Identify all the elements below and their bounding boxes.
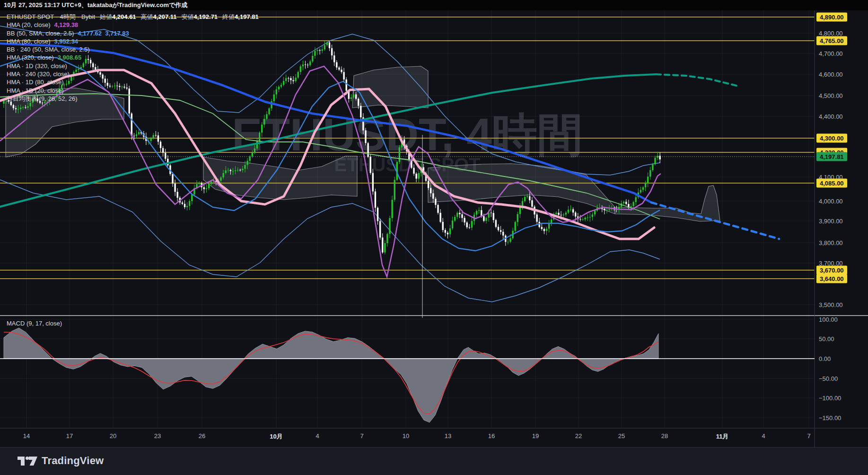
legend-item[interactable]: HMA · 240 (320, close) (7, 70, 259, 78)
time-label: 22 (575, 432, 582, 440)
time-label: 10 (403, 432, 409, 440)
price-label: 3,500.00 (819, 301, 843, 308)
time-label: 13 (445, 432, 451, 440)
price-badge: 4,765.00 (816, 36, 847, 45)
time-label: 4 (762, 432, 765, 440)
price-label: −150.00 (819, 414, 841, 422)
legend-item[interactable]: BB (50, SMA, close, 2.5)4,177.62 3,717.8… (7, 29, 259, 37)
price-label: 100.00 (819, 316, 838, 323)
time-label: 25 (618, 432, 625, 440)
time-label: 26 (199, 432, 205, 440)
ohlc-value: 4,192.71 (194, 13, 218, 20)
ohlc-label: 終値 (222, 13, 235, 20)
legend-item[interactable]: HMA · 1D (20, close) (7, 87, 259, 95)
time-label: 17 (66, 432, 73, 440)
tradingview-icon[interactable] (17, 455, 38, 468)
time-label: 10月 (270, 432, 282, 441)
legend-item[interactable]: 一目均衡表 (9, 26, 52, 26) (7, 95, 259, 103)
tradingview-wordmark[interactable]: TradingView (42, 455, 104, 467)
snapshot-caption: 10月 27, 2025 13:17 UTC+9、takatabaがTradin… (0, 0, 868, 10)
price-label: −100.00 (819, 395, 841, 402)
price-axis[interactable]: 4,800.004,700.004,600.004,500.004,400.00… (815, 10, 868, 447)
legend-item[interactable]: HMA · 1D (80, close) (7, 78, 259, 86)
ohlc-value: 4,207.11 (153, 13, 177, 20)
time-label: 19 (532, 432, 539, 440)
price-badge: 4,197.81 (816, 152, 847, 161)
price-badge: 4,890.00 (816, 13, 847, 22)
symbol-title: ETHUSDT SPOT·4時間·Bybit (7, 13, 95, 20)
legend-item[interactable]: BB · 240 (50, SMA, close, 2.5) (7, 45, 259, 53)
price-badge: 4,300.00 (816, 134, 847, 143)
price-label: 4,700.00 (819, 50, 843, 57)
price-label: 4,000.00 (819, 198, 843, 205)
chart-title-row[interactable]: ETHUSDT SPOT·4時間·Bybit始値4,204.61高値4,207.… (7, 13, 259, 21)
indicator-legend[interactable]: ETHUSDT SPOT·4時間·Bybit始値4,204.61高値4,207.… (7, 13, 259, 103)
price-label: 4,500.00 (819, 92, 843, 99)
ohlc-label: 始値 (100, 13, 112, 20)
time-label: 7 (807, 432, 810, 440)
time-label: 4 (316, 432, 319, 440)
price-badge: 4,085.00 (816, 179, 847, 188)
logo-bar: TradingView (0, 447, 868, 475)
price-label: 4,600.00 (819, 71, 843, 78)
time-label: 7 (360, 432, 363, 440)
price-label: 4,800.00 (819, 30, 843, 37)
price-badge: 3,670.00 (816, 266, 847, 275)
legend-item[interactable]: HMA · 1D (320, close) (7, 62, 259, 70)
legend-item[interactable]: HMA (80, close)3,952.34 (7, 37, 259, 45)
price-label: 50.00 (819, 335, 834, 343)
ohlc-value: 4,197.81 (235, 13, 259, 20)
macd-legend[interactable]: MACD (9, 17, close) (7, 320, 62, 327)
ohlc-label: 高値 (141, 13, 153, 20)
tradingview-snapshot: ETHUSDT, 4時間ETHUSDT SPOT 10月 27, 2025 13… (0, 0, 868, 475)
time-label: 28 (661, 432, 668, 440)
time-label: 11月 (716, 432, 729, 441)
price-label: 4,400.00 (819, 113, 843, 120)
time-axis[interactable]: 141720232610月471013161922252811月47 (0, 428, 815, 447)
time-label: 23 (154, 432, 161, 440)
price-badge: 3,640.00 (816, 274, 847, 283)
price-label: −50.00 (819, 375, 838, 382)
price-label: 0.00 (819, 355, 831, 362)
ohlc-label: 安値 (182, 13, 194, 20)
time-label: 14 (23, 432, 30, 440)
price-label: 3,900.00 (819, 218, 843, 225)
time-label: 16 (488, 432, 495, 440)
ohlc-value: 4,204.61 (112, 13, 136, 20)
legend-item[interactable]: HMA (20, close)4,129.38 (7, 21, 259, 29)
price-label: 3,800.00 (819, 239, 843, 246)
legend-item[interactable]: HMA (320, close)3,908.65 (7, 53, 259, 62)
time-label: 20 (110, 432, 116, 440)
